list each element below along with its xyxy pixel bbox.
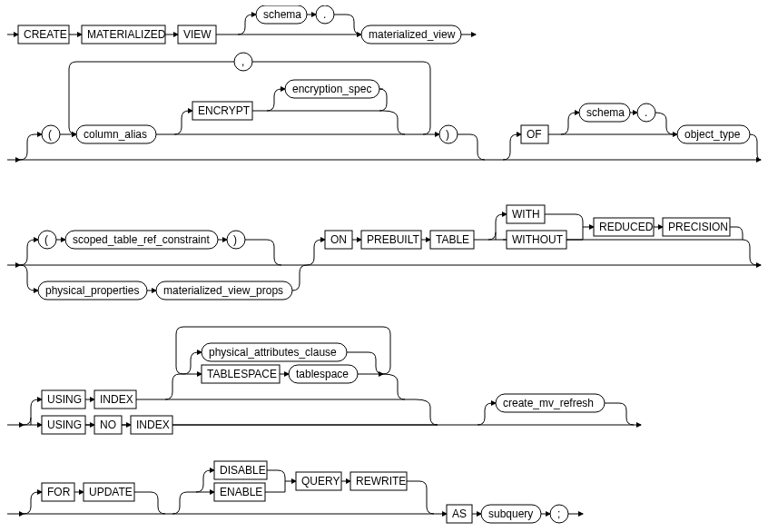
- nonterm-materialized-view-label: materialized_view: [369, 28, 456, 41]
- dot-2-label: .: [645, 106, 647, 119]
- nonterm-mv-props-label: materialized_view_props: [163, 284, 283, 297]
- keyword-enable-label: ENABLE: [220, 486, 262, 498]
- keyword-on-label: ON: [330, 233, 347, 246]
- keyword-reduced-label: REDUCED: [599, 221, 654, 233]
- nonterm-create-mv-refresh-label: create_mv_refresh: [503, 397, 594, 409]
- row-4: USING INDEX physical_attributes_clause T…: [7, 327, 641, 434]
- keyword-index-1-label: INDEX: [100, 393, 133, 406]
- lparen-1-label: (: [48, 128, 52, 141]
- nonterm-object-type-label: object_type: [684, 128, 741, 141]
- nonterm-encryption-spec-label: encryption_spec: [292, 83, 371, 95]
- nonterm-phys-attrs-clause-label: physical_attributes_clause: [209, 346, 337, 359]
- keyword-rewrite-label: REWRITE: [356, 475, 406, 488]
- nonterm-column-alias-label: column_alias: [84, 128, 147, 141]
- keyword-query-label: QUERY: [301, 475, 340, 488]
- row-2: ( column_alias ENCRYPT encryption_spec ,…: [7, 53, 761, 160]
- keyword-using-1-label: USING: [47, 393, 82, 406]
- keyword-no-label: NO: [100, 419, 116, 431]
- keyword-create-label: CREATE: [24, 28, 67, 41]
- keyword-precision-label: PRECISION: [668, 221, 728, 233]
- nonterm-scoped-table-ref-label: scoped_table_ref_constraint: [73, 233, 210, 246]
- nonterm-physical-properties-label: physical_properties: [45, 284, 139, 297]
- nonterm-tablespace-label: tablespace: [296, 368, 349, 380]
- dot-1-label: .: [323, 8, 326, 21]
- keyword-table-label: TABLE: [436, 233, 469, 246]
- keyword-index-2-label: INDEX: [136, 419, 170, 431]
- semicolon-label: ;: [557, 507, 560, 520]
- keyword-using-2-label: USING: [47, 419, 82, 431]
- keyword-tablespace-label: TABLESPACE: [207, 368, 277, 380]
- keyword-without-label: WITHOUT: [512, 233, 564, 246]
- keyword-as-label: AS: [452, 507, 467, 520]
- row-3: ( scoped_table_ref_constraint ) physical…: [7, 205, 761, 300]
- nonterm-schema-2-label: schema: [586, 106, 625, 119]
- nonterm-subquery-label: subquery: [488, 507, 533, 520]
- keyword-view-label: VIEW: [183, 28, 212, 41]
- keyword-with-label: WITH: [512, 208, 540, 221]
- keyword-of-label: OF: [527, 128, 542, 141]
- comma-loop-label: ,: [241, 55, 244, 68]
- keyword-disable-label: DISABLE: [220, 464, 266, 477]
- nonterm-schema-1-label: schema: [263, 8, 301, 21]
- rparen-2-label: ): [233, 233, 237, 246]
- keyword-for-label: FOR: [47, 486, 71, 498]
- keyword-prebuilt-label: PREBUILT: [367, 233, 419, 246]
- lparen-2-label: (: [44, 233, 48, 246]
- railroad-diagram: CREATE MATERIALIZED VIEW schema . materi…: [5, 5, 763, 527]
- keyword-update-label: UPDATE: [89, 486, 133, 498]
- row-5: FOR UPDATE DISABLE ENABLE QUERY REWRITE …: [7, 461, 583, 523]
- keyword-materialized-label: MATERIALIZED: [87, 28, 166, 41]
- rparen-1-label: ): [446, 128, 449, 141]
- row-1: CREATE MATERIALIZED VIEW schema . materi…: [7, 5, 476, 44]
- keyword-encrypt-label: ENCRYPT: [198, 104, 251, 117]
